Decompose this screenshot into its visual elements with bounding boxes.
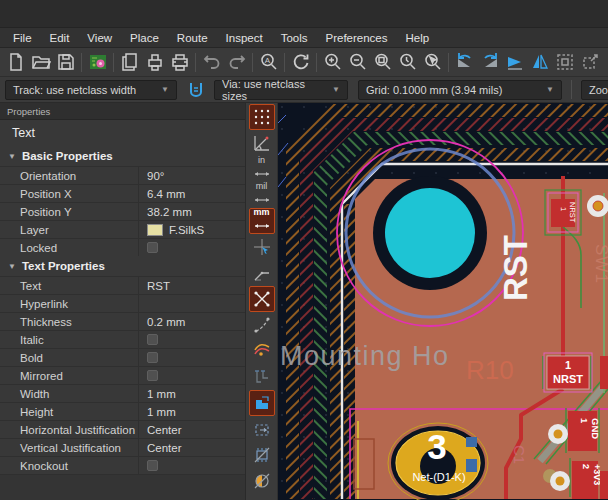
crosshair-cursor-button[interactable] [249, 234, 275, 260]
property-value[interactable] [138, 457, 245, 474]
curved-ratsnest-button[interactable] [249, 312, 275, 338]
lock-button[interactable] [602, 50, 608, 75]
pcb-canvas[interactable]: Mounting Ho R10 RST SW1 C1 1 NRST [278, 103, 608, 500]
save-button[interactable] [53, 50, 78, 75]
ratsnest-icon [253, 290, 271, 308]
units-mils-button[interactable]: mil [249, 182, 275, 208]
group-button[interactable] [552, 50, 577, 75]
zone-outline-display-button[interactable] [249, 416, 275, 442]
rotate-cw-icon [480, 52, 500, 72]
ungroup-button[interactable] [577, 50, 602, 75]
units-inches-button[interactable]: in [249, 156, 275, 182]
menu-inspect[interactable]: Inspect [217, 28, 272, 48]
flip-board-view-button[interactable] [502, 50, 527, 75]
menu-help[interactable]: Help [397, 28, 439, 48]
free-angle-icon [253, 264, 271, 282]
pad-number: 3 [427, 427, 446, 466]
v3-pad[interactable]: 2 +3V3 [570, 458, 602, 499]
undo-button[interactable] [199, 50, 224, 75]
property-value[interactable]: Center [138, 439, 245, 456]
mirror-button[interactable] [527, 50, 552, 75]
zoom-fit-button[interactable] [370, 50, 395, 75]
board-setup-button[interactable] [85, 50, 110, 75]
units-mm-button[interactable]: mm [249, 208, 275, 234]
chevron-down-icon: ▼ [161, 85, 169, 94]
find-button[interactable]: A [256, 50, 281, 75]
mm-icon: mm [253, 208, 271, 234]
property-value[interactable]: 38.2 mm [138, 203, 245, 220]
track-width-dropdown[interactable]: Track: use netclass width▼ [5, 80, 177, 100]
pad-net-label: Net-(D1-K) [412, 471, 465, 483]
menu-file[interactable]: File [4, 28, 41, 48]
window-titlebar [0, 0, 608, 28]
property-row: Vertical JustificationCenter [0, 438, 245, 456]
property-value[interactable] [138, 295, 245, 312]
menu-view[interactable]: View [78, 28, 121, 48]
property-value[interactable]: 1 mm [138, 385, 245, 402]
via-size-dropdown[interactable]: Via: use netclass sizes▼ [214, 80, 348, 100]
grid-dropdown[interactable]: Grid: 0.1000 mm (3.94 mils)▼ [358, 80, 562, 100]
hide-unconnected-button[interactable] [249, 364, 275, 390]
value-text: 1 mm [147, 388, 176, 400]
menu-tools[interactable]: Tools [272, 28, 317, 48]
property-value[interactable]: Center [138, 421, 245, 438]
property-value[interactable] [138, 331, 245, 348]
menu-place[interactable]: Place [121, 28, 168, 48]
polar-coordinates-button[interactable] [249, 130, 275, 156]
free-angle-mode-button[interactable] [249, 260, 275, 286]
checkbox[interactable] [147, 352, 158, 363]
via-mid[interactable] [548, 424, 568, 444]
checkbox[interactable] [147, 242, 158, 253]
property-value[interactable]: 90° [138, 167, 245, 184]
page-settings-button[interactable] [117, 50, 142, 75]
property-value[interactable]: 6.4 mm [138, 185, 245, 202]
property-label: Height [0, 403, 138, 420]
property-value[interactable]: 0.2 mm [138, 313, 245, 330]
plot-button[interactable] [167, 50, 192, 75]
zone-fill-icon [253, 394, 271, 412]
new-board-button[interactable] [3, 50, 28, 75]
open-board-button[interactable] [28, 50, 53, 75]
nrst-pad[interactable]: 1 NRST [543, 353, 592, 392]
menu-edit[interactable]: Edit [41, 28, 79, 48]
section-header[interactable]: ▼Basic Properties [0, 146, 245, 166]
grid-visibility-button[interactable] [249, 104, 275, 130]
zoom-out-button[interactable] [345, 50, 370, 75]
print-button[interactable] [142, 50, 167, 75]
zone-fill-display-button[interactable] [249, 390, 275, 416]
via-top-right[interactable] [587, 195, 608, 217]
section-header[interactable]: ▼Text Properties [0, 256, 245, 276]
property-value[interactable] [138, 367, 245, 384]
checkbox[interactable] [147, 334, 158, 345]
zoom-selection-button[interactable] [420, 50, 445, 75]
pad-outline-display-button[interactable] [249, 468, 275, 494]
ratsnest-visibility-button[interactable] [249, 286, 275, 312]
zoom-out-icon [348, 52, 368, 72]
checkbox[interactable] [147, 460, 158, 471]
gnd-pad[interactable]: 1 GND [566, 408, 601, 453]
property-value[interactable]: RST [138, 277, 245, 294]
refresh-button[interactable] [288, 50, 313, 75]
zoom-dropdown[interactable]: Zoom [581, 80, 608, 100]
menu-preferences[interactable]: Preferences [316, 28, 396, 48]
property-value[interactable]: 1 mm [138, 403, 245, 420]
menu-route[interactable]: Route [168, 28, 217, 48]
property-value[interactable]: F.SilkS [138, 221, 245, 238]
redo-button[interactable] [224, 50, 249, 75]
via-bottom[interactable] [550, 471, 570, 491]
property-value[interactable] [138, 349, 245, 366]
property-value[interactable] [138, 239, 245, 256]
layer-color-swatch[interactable] [147, 224, 163, 236]
zoom-in-button[interactable] [320, 50, 345, 75]
footprint-outline-display-button[interactable] [249, 442, 275, 468]
rst-silkscreen-text[interactable]: RST [497, 235, 534, 301]
zoom-objects-button[interactable] [395, 50, 420, 75]
plot-icon [170, 52, 190, 72]
rotate-ccw-button[interactable] [452, 50, 477, 75]
net-highlight-button[interactable] [249, 338, 275, 364]
rotate-cw-button[interactable] [477, 50, 502, 75]
footprint-outline-icon [253, 446, 271, 464]
track-posture-button[interactable] [183, 77, 208, 102]
mounting-hole[interactable] [385, 188, 475, 278]
checkbox[interactable] [147, 370, 158, 381]
